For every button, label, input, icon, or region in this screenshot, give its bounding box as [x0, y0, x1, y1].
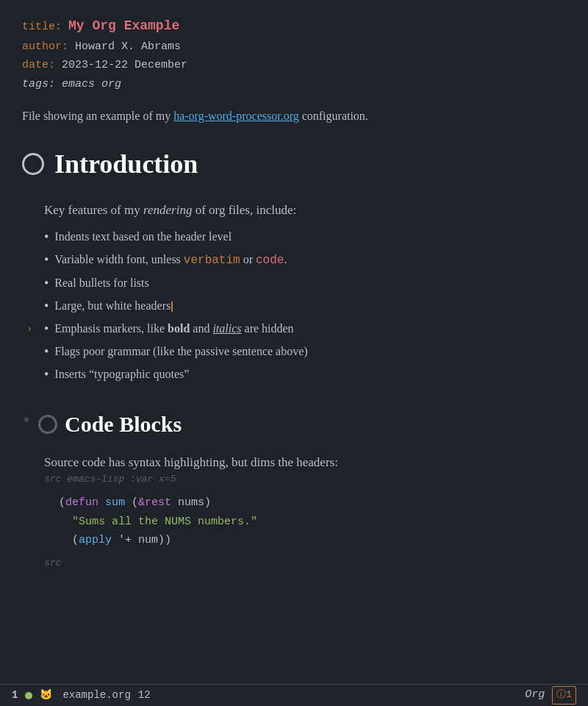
status-bar: 1 🐱 example.org 12 Org ⓘ1: [0, 684, 588, 706]
list-item: • Indents text based on the header level: [44, 227, 566, 247]
meta-author-value: Howard X. Abrams: [75, 40, 181, 53]
meta-author-line: author: Howard X. Abrams: [22, 38, 566, 57]
meta-title-key: title:: [22, 21, 62, 33]
meta-date-line: date: 2023-12-22 December: [22, 56, 566, 75]
cursor: [171, 302, 173, 312]
code-apply-rest: '+ num)): [112, 534, 171, 546]
code-paren: (: [59, 496, 65, 509]
bullet-icon: •: [44, 274, 49, 293]
bullet-icon: •: [44, 342, 49, 362]
code-line-2: "Sums all the NUMS numbers.": [59, 513, 566, 532]
meta-title-line: title: My Org Example: [22, 15, 566, 38]
margin-arrow-icon: ›: [28, 321, 32, 337]
code-function-name: sum: [105, 496, 125, 509]
bullet-icon: •: [44, 365, 49, 385]
description-after-link: configuration.: [299, 110, 368, 122]
section1-intro: Key features of my rendering of org file…: [44, 200, 566, 220]
code-line-3: (apply '+ num)): [59, 531, 566, 550]
code-defun-keyword: defun: [65, 496, 98, 509]
code-space: [98, 496, 105, 509]
list-item-text: Indents text based on the header level: [54, 227, 232, 246]
code-args: (: [125, 496, 138, 509]
meta-date-key: date:: [22, 59, 55, 71]
section2-heading: * Code Blocks: [22, 407, 566, 442]
meta-title-value: My Org Example: [68, 18, 179, 33]
code-line-1: (defun sum (&rest nums): [59, 493, 566, 513]
code-rest-keyword: &rest: [138, 496, 171, 509]
code-apply-open: (: [59, 534, 79, 546]
list-item-text: Inserts “typographic quotes”: [54, 365, 189, 384]
code-param: nums): [171, 496, 211, 509]
bullet-icon: •: [44, 319, 49, 339]
status-info-badge: ⓘ1: [552, 686, 576, 705]
list-item-text: Flags poor grammar (like the passive sen…: [54, 342, 307, 361]
section2-body: Source code has syntax highlighting, but…: [22, 452, 566, 571]
status-dot-icon: [25, 692, 32, 699]
status-mode: Org: [525, 686, 545, 704]
code-block: (defun sum (&rest nums) "Sums all the NU…: [44, 491, 566, 553]
description-paragraph: File showing an example of my ha-org-wor…: [22, 107, 566, 126]
bold-text: bold: [168, 322, 190, 335]
meta-tags-line: tags: emacs org: [22, 75, 566, 94]
verbatim-text: verbatim: [184, 254, 240, 267]
description-link[interactable]: ha-org-word-processor.org: [173, 110, 298, 122]
status-col-number: 12: [138, 687, 151, 703]
meta-author-key: author:: [22, 40, 68, 53]
heading2-prefix: *: [22, 413, 31, 436]
main-content: title: My Org Example author: Howard X. …: [0, 0, 588, 684]
section2-description: Source code has syntax highlighting, but…: [44, 452, 566, 472]
code-src-end: src: [44, 556, 566, 571]
section1-heading: Introduction: [22, 143, 566, 186]
list-item: • Real bullets for lists: [44, 274, 566, 293]
heading2-circle-icon: [38, 415, 57, 434]
feature-list: • Indents text based on the header level…: [44, 227, 566, 385]
section1-intro-italic: rendering: [143, 203, 192, 217]
list-item: • Flags poor grammar (like the passive s…: [44, 342, 566, 362]
code-text: code: [256, 254, 284, 267]
list-item-text: Variable width font, unless verbatim or …: [54, 250, 287, 271]
heading1-circle-icon: [22, 153, 44, 175]
code-apply-fn: apply: [79, 534, 112, 546]
section1-body: Key features of my rendering of org file…: [22, 200, 566, 385]
list-item: › • Emphasis markers, like bold and ital…: [44, 319, 566, 339]
section1-intro-after: of org files, include:: [192, 203, 296, 217]
meta-tags-key: tags:: [22, 78, 55, 90]
bullet-icon: •: [44, 227, 49, 247]
code-src-label: src emacs-lisp :var x=5: [44, 472, 566, 488]
metadata-block: title: My Org Example author: Howard X. …: [22, 15, 566, 93]
meta-date-value: 2023-12-22 December: [62, 59, 187, 71]
section2-title: Code Blocks: [65, 407, 182, 442]
status-file-icon: 🐱: [40, 687, 52, 703]
italic-text: italics: [212, 322, 241, 335]
status-filename: example.org: [62, 687, 130, 703]
list-item: • Large, but white headers: [44, 296, 566, 316]
bullet-icon: •: [44, 296, 49, 316]
status-right: Org ⓘ1: [525, 686, 576, 705]
description-before-link: File showing an example of my: [22, 110, 173, 122]
list-item: • Variable width font, unless verbatim o…: [44, 250, 566, 271]
list-item-text: Large, but white headers: [54, 296, 173, 315]
code-docstring: "Sums all the NUMS numbers.": [59, 516, 257, 528]
section1-title: Introduction: [54, 143, 198, 186]
list-item-text: Real bullets for lists: [54, 274, 148, 293]
list-item: • Inserts “typographic quotes”: [44, 365, 566, 385]
list-item-text: Emphasis markers, like bold and italics …: [54, 319, 293, 338]
meta-tags-value: emacs org: [62, 78, 121, 90]
status-line-number: 1: [12, 687, 18, 703]
section1-intro-text: Key features of my: [44, 203, 143, 217]
bullet-icon: •: [44, 250, 49, 270]
